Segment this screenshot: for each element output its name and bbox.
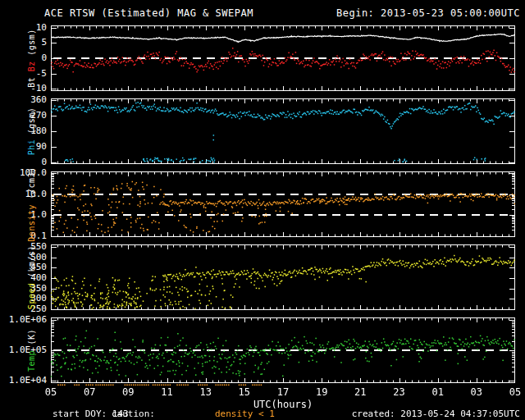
x-tick-label: 13 (194, 386, 218, 398)
footer-created-timestamp: created: 2013-05-24 04:37:05UTC (352, 409, 520, 419)
y-axis-title: Phi (gsm) (27, 107, 36, 156)
y-axis-title-part: (/cm3) (27, 167, 36, 204)
y-axis-title: Speed (km/s) (27, 245, 36, 309)
y-tick-label: 300 (0, 294, 47, 304)
y-tick-label: 10.0 (0, 189, 47, 199)
speed-plot-canvas (51, 244, 515, 310)
plot-title: ACE RTSW (Estimated) MAG & SWEPAM (44, 7, 253, 19)
y-tick-label: -5 (0, 69, 47, 79)
y-tick-label: 0.1 (0, 231, 47, 241)
y-tick-label: 250 (0, 304, 47, 314)
y-axis-title-part: (km/s) (27, 245, 36, 283)
y-tick-label: 1.0 (0, 210, 47, 220)
begin-timestamp: Begin: 2013-05-23 05:00:00UTC (336, 7, 520, 19)
x-tick-label: 03 (464, 386, 489, 398)
y-axis-title-part: Density (27, 204, 36, 242)
y-tick-label: 450 (0, 262, 47, 272)
x-tick-label: 01 (426, 386, 450, 398)
panel-density: 100.010.01.00.1Density (/cm3) (0, 171, 525, 237)
y-tick-label: 0 (0, 53, 47, 63)
y-tick-label: 1.0E+06 (0, 315, 47, 325)
x-tick-label: 11 (155, 386, 180, 398)
y-tick-label: 550 (0, 242, 47, 252)
phi-plot-canvas (51, 98, 515, 164)
y-axis-title-part: Temp (27, 350, 36, 372)
temp-plot-canvas (51, 317, 515, 383)
y-tick-label: 180 (0, 126, 47, 136)
density-plot-canvas (51, 171, 515, 237)
x-tick-label: 23 (387, 386, 412, 398)
x-tick-label: 21 (348, 386, 372, 398)
y-axis-title-part: Phi (27, 139, 36, 156)
y-tick-label: 100.0 (0, 168, 47, 178)
x-tick-label: 15 (232, 386, 257, 398)
footer-caution-label: caution: (112, 409, 155, 419)
y-tick-label: 5 (0, 38, 47, 48)
y-tick-label: -10 (0, 84, 47, 94)
panel-mag-bt-bz: 1050-5-10Bt Bz (gsm) (0, 25, 525, 91)
y-tick-label: 350 (0, 284, 47, 294)
y-tick-label: 90 (0, 142, 47, 152)
y-tick-label: 400 (0, 273, 47, 283)
y-axis-title-part: (K) (27, 329, 36, 350)
ace-rtsw-plot-screen: ACE RTSW (Estimated) MAG & SWEPAM Begin:… (0, 0, 525, 420)
mag-plot-canvas (51, 25, 515, 91)
x-tick-label: 17 (271, 386, 295, 398)
y-axis-title: Density (/cm3) (27, 167, 36, 241)
y-tick-label: 270 (0, 111, 47, 121)
x-tick-label: 19 (309, 386, 334, 398)
x-tick-label: 05 (39, 386, 63, 398)
y-axis-title-part: Bt (27, 71, 36, 88)
y-axis-title: Temp (K) (27, 329, 36, 372)
x-tick-label: 07 (77, 386, 102, 398)
y-axis-title: Bt Bz (gsm) (27, 29, 36, 88)
y-tick-label: 0 (0, 158, 47, 167)
y-tick-label: 1.0E+05 (0, 345, 47, 355)
x-tick-label: 05 (503, 386, 525, 398)
y-axis-title-part: Bz (27, 61, 36, 71)
y-tick-label: 1.0E+04 (0, 376, 47, 386)
y-tick-label: 360 (0, 95, 47, 105)
y-axis-title-part: (gsm) (27, 29, 36, 61)
y-axis-title-part: (gsm) (27, 107, 36, 139)
y-axis-title-part: Speed (27, 283, 36, 310)
footer-caution-value: density < 1 (215, 409, 275, 419)
panel-temp: 1.0E+061.0E+051.0E+04Temp (K) (0, 317, 525, 383)
panel-speed: 550500450400350300250Speed (km/s) (0, 244, 525, 310)
x-tick-label: 09 (116, 386, 140, 398)
y-tick-label: 10 (0, 23, 47, 33)
y-tick-label: 500 (0, 253, 47, 262)
panel-phi: 360270180900Phi (gsm) (0, 98, 525, 164)
